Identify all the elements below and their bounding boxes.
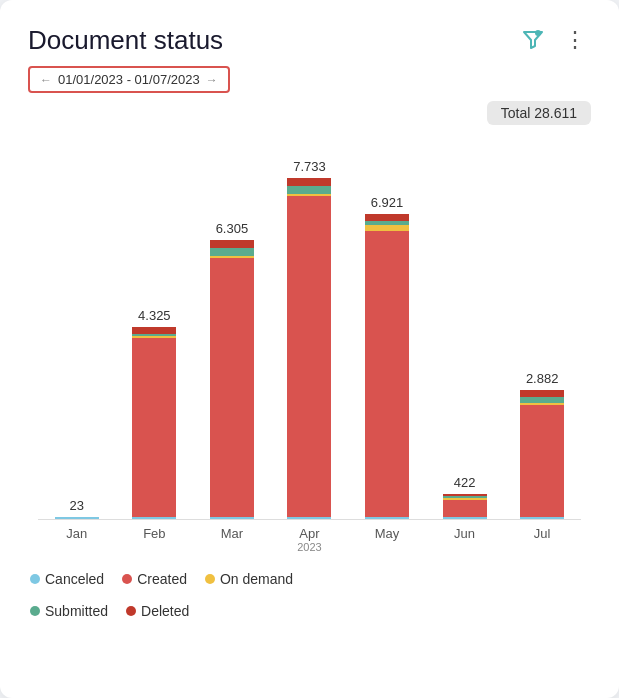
bar-segment-created bbox=[365, 231, 409, 517]
legend-item-canceled: Canceled bbox=[30, 571, 104, 587]
document-status-card: Document status ⋮ ← 01/01/2023 - 01/07/2… bbox=[0, 0, 619, 698]
legend-label-deleted: Deleted bbox=[141, 603, 189, 619]
bar-segment-created bbox=[520, 405, 564, 517]
header-icons: ⋮ bbox=[517, 24, 591, 56]
bar-segment-canceled bbox=[55, 517, 99, 519]
bar-stack bbox=[210, 240, 254, 519]
header-row: Document status ⋮ bbox=[28, 24, 591, 56]
prev-arrow: ← bbox=[40, 73, 52, 87]
bar-segment-canceled bbox=[287, 517, 331, 519]
bar-segment-created bbox=[132, 338, 176, 517]
filter-icon bbox=[521, 28, 545, 52]
legend-label-submitted: Submitted bbox=[45, 603, 108, 619]
bar-group: 6.305 bbox=[210, 221, 254, 519]
bar-value-label: 6.305 bbox=[216, 221, 249, 236]
bar-segment-deleted bbox=[287, 178, 331, 186]
more-options-button[interactable]: ⋮ bbox=[559, 24, 591, 56]
x-axis-label: Apr2023 bbox=[287, 526, 331, 553]
total-row: Total 28.611 bbox=[28, 101, 591, 125]
legend-dot-on_demand bbox=[205, 574, 215, 584]
more-icon: ⋮ bbox=[564, 27, 587, 53]
legend-label-on_demand: On demand bbox=[220, 571, 293, 587]
bar-group: 6.921 bbox=[365, 195, 409, 519]
bar-segment-created bbox=[210, 258, 254, 517]
bar-stack bbox=[365, 214, 409, 519]
legend-label-created: Created bbox=[137, 571, 187, 587]
legend: CanceledCreatedOn demandSubmittedDeleted bbox=[28, 571, 591, 619]
bar-stack bbox=[520, 390, 564, 519]
legend-label-canceled: Canceled bbox=[45, 571, 104, 587]
x-axis-label: Jul bbox=[520, 526, 564, 553]
legend-dot-canceled bbox=[30, 574, 40, 584]
x-axis-label: Jan bbox=[55, 526, 99, 553]
bar-value-label: 7.733 bbox=[293, 159, 326, 174]
bar-segment-canceled bbox=[365, 517, 409, 519]
bar-stack bbox=[55, 517, 99, 519]
x-axis-label: May bbox=[365, 526, 409, 553]
bar-segment-canceled bbox=[210, 517, 254, 519]
date-range-label: 01/01/2023 - 01/07/2023 bbox=[58, 72, 200, 87]
bar-value-label: 4.325 bbox=[138, 308, 171, 323]
bars-container: 234.3256.3057.7336.9214222.882 bbox=[28, 133, 591, 519]
legend-item-created: Created bbox=[122, 571, 187, 587]
bar-value-label: 23 bbox=[70, 498, 84, 513]
chart-area: 234.3256.3057.7336.9214222.882 JanFebMar… bbox=[28, 133, 591, 553]
bar-segment-deleted bbox=[520, 390, 564, 397]
bar-segment-created bbox=[287, 196, 331, 517]
bar-segment-deleted bbox=[365, 214, 409, 221]
legend-item-deleted: Deleted bbox=[126, 603, 189, 619]
x-axis-label: Mar bbox=[210, 526, 254, 553]
legend-dot-deleted bbox=[126, 606, 136, 616]
page-title: Document status bbox=[28, 25, 223, 56]
bar-group: 7.733 bbox=[287, 159, 331, 519]
bar-segment-deleted bbox=[132, 327, 176, 334]
x-axis-label: Feb bbox=[132, 526, 176, 553]
bar-group: 2.882 bbox=[520, 371, 564, 519]
total-badge: Total 28.611 bbox=[487, 101, 591, 125]
svg-point-0 bbox=[535, 30, 541, 36]
bar-value-label: 2.882 bbox=[526, 371, 559, 386]
bar-segment-canceled bbox=[520, 517, 564, 519]
x-axis-label: Jun bbox=[443, 526, 487, 553]
bar-stack bbox=[443, 494, 487, 519]
bar-segment-canceled bbox=[132, 517, 176, 519]
legend-item-on_demand: On demand bbox=[205, 571, 293, 587]
legend-dot-created bbox=[122, 574, 132, 584]
legend-item-submitted: Submitted bbox=[30, 603, 108, 619]
bar-stack bbox=[287, 178, 331, 519]
bar-segment-submitted bbox=[210, 248, 254, 256]
bar-group: 23 bbox=[55, 498, 99, 519]
bar-stack bbox=[132, 327, 176, 519]
bar-value-label: 422 bbox=[454, 475, 476, 490]
x-axis-line bbox=[38, 519, 581, 520]
next-arrow: → bbox=[206, 73, 218, 87]
filter-button[interactable] bbox=[517, 24, 549, 56]
bar-segment-deleted bbox=[210, 240, 254, 248]
bar-value-label: 6.921 bbox=[371, 195, 404, 210]
bar-group: 422 bbox=[443, 475, 487, 519]
bar-segment-created bbox=[443, 500, 487, 517]
bar-segment-submitted bbox=[287, 186, 331, 194]
date-range-selector[interactable]: ← 01/01/2023 - 01/07/2023 → bbox=[28, 66, 230, 93]
bar-segment-canceled bbox=[443, 517, 487, 519]
x-axis: JanFebMarApr2023MayJunJul bbox=[28, 526, 591, 553]
legend-dot-submitted bbox=[30, 606, 40, 616]
bar-group: 4.325 bbox=[132, 308, 176, 519]
